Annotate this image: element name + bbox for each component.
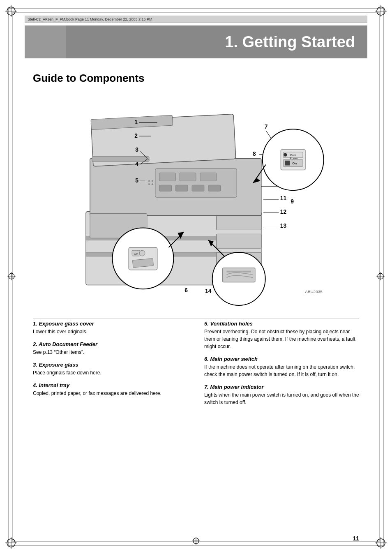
svg-text:1: 1 (134, 119, 138, 125)
item-2-body: See p.13 “Other Items”. (33, 349, 188, 356)
svg-rect-92 (226, 271, 251, 272)
item-1-title: 1. Exposure glass cover (33, 321, 188, 327)
item-4-body: Copied, printed paper, or fax messages a… (33, 390, 188, 397)
item-2-title: 2. Auto Document Feeder (33, 341, 188, 347)
item-4-title: 4. Internal tray (33, 382, 188, 388)
reg-mark-br (375, 537, 387, 549)
svg-point-51 (152, 180, 153, 182)
svg-rect-33 (200, 173, 217, 181)
svg-point-53 (152, 183, 153, 185)
description-item-7: 7. Main power indicator Lights when the … (204, 384, 359, 406)
svg-text:9: 9 (291, 198, 294, 205)
svg-text:11: 11 (280, 195, 287, 201)
text-content: 1. Exposure glass cover Lower this over … (33, 321, 359, 412)
reg-mark-bc (192, 537, 200, 547)
svg-rect-91 (223, 268, 255, 282)
right-description-col: 5. Ventilation holes Prevent overheating… (204, 321, 359, 412)
svg-text:3: 3 (135, 146, 138, 153)
reg-mark-ml (7, 272, 16, 282)
item-3-title: 3. Exposure glass (33, 362, 188, 368)
svg-rect-25 (217, 234, 261, 248)
chapter-title: 1. Getting Started (225, 33, 355, 51)
section-title: Guide to Components (33, 72, 145, 85)
svg-text:On: On (292, 162, 297, 165)
svg-rect-24 (217, 216, 261, 230)
description-item-2: 2. Auto Document Feeder See p.13 “Other … (33, 341, 188, 356)
svg-rect-36 (192, 185, 204, 191)
page-number: 11 (353, 535, 359, 542)
item-1-body: Lower this over originals. (33, 328, 188, 335)
svg-rect-31 (159, 173, 176, 181)
description-item-6: 6. Main power switch If the machine does… (204, 356, 359, 378)
item-6-body: If the machine does not operate after tu… (204, 363, 359, 378)
item-5-title: 5. Ventilation holes (204, 321, 359, 327)
svg-point-52 (148, 183, 150, 185)
reg-mark-mr (376, 272, 385, 282)
chapter-header: 1. Getting Started (25, 25, 367, 58)
svg-rect-38 (92, 157, 149, 162)
divider-line (33, 319, 359, 319)
reg-mark-bl (5, 537, 17, 549)
svg-text:ABU2035: ABU2035 (305, 289, 323, 294)
description-item-4: 4. Internal tray Copied, printed paper, … (33, 382, 188, 397)
svg-text:14: 14 (205, 288, 212, 294)
item-5-body: Prevent overheating. Do not obstruct the… (204, 328, 359, 350)
reg-mark-tl (5, 5, 17, 17)
svg-text:12: 12 (280, 208, 287, 215)
item-6-title: 6. Main power switch (204, 356, 359, 362)
description-item-1: 1. Exposure glass cover Lower this over … (33, 321, 188, 335)
svg-point-50 (148, 180, 150, 182)
reg-mark-tr (375, 5, 387, 17)
file-path-bar: Stell-C2_AFzen_F_FM.book Page 11 Monday,… (25, 16, 367, 23)
item-3-body: Place originals face down here. (33, 369, 188, 376)
svg-text:5: 5 (135, 177, 138, 184)
svg-text:8: 8 (253, 150, 256, 157)
svg-rect-37 (208, 185, 221, 191)
svg-text:6: 6 (184, 287, 188, 293)
file-path-text: Stell-C2_AFzen_F_FM.book Page 11 Monday,… (28, 17, 152, 21)
svg-point-75 (139, 250, 145, 256)
machine-diagram: 1 2 3 4 5 6 7 8 9 1 (33, 90, 359, 308)
diagram-area: 1 2 3 4 5 6 7 8 9 1 (33, 90, 359, 308)
header-left-accent (25, 25, 66, 58)
svg-rect-35 (175, 185, 188, 191)
svg-text:4: 4 (135, 161, 138, 167)
svg-rect-76 (132, 259, 153, 268)
description-item-3: 3. Exposure glass Place originals face d… (33, 362, 188, 376)
svg-rect-86 (285, 161, 290, 166)
svg-text:2: 2 (134, 132, 138, 139)
svg-rect-34 (159, 185, 172, 191)
svg-point-82 (284, 153, 287, 157)
description-item-5: 5. Ventilation holes Prevent overheating… (204, 321, 359, 350)
svg-rect-32 (180, 173, 196, 181)
svg-text:7: 7 (265, 123, 268, 130)
item-7-title: 7. Main power indicator (204, 384, 359, 390)
svg-text:Main: Main (290, 154, 296, 157)
svg-text:On: On (134, 252, 138, 256)
left-description-col: 1. Exposure glass cover Lower this over … (33, 321, 188, 412)
item-7-body: Lights when the main power switch is tur… (204, 391, 359, 406)
svg-text:13: 13 (280, 222, 287, 229)
